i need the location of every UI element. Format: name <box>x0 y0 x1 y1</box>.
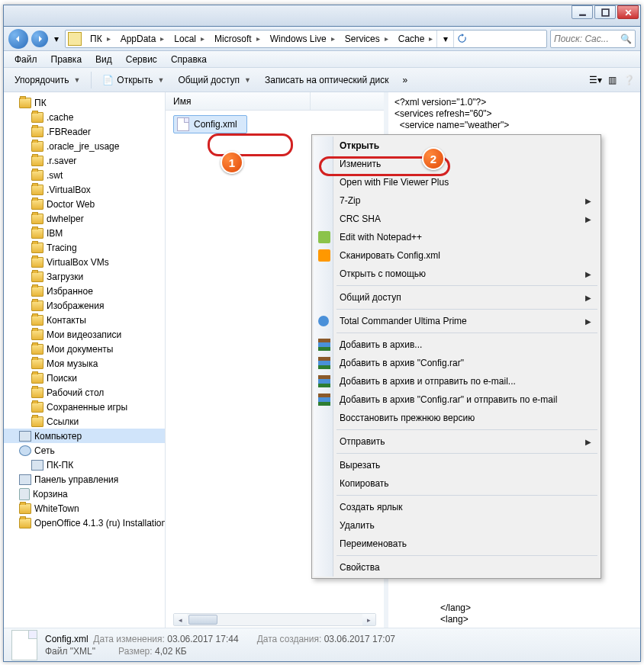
ctx-rar-add-named[interactable]: Добавить в архив "Config.rar" <box>314 354 599 372</box>
tree-item[interactable]: WhiteTown <box>4 501 165 516</box>
scroll-right-icon[interactable]: ▸ <box>362 614 375 625</box>
ctx-delete[interactable]: Удалить <box>314 516 599 535</box>
ctx-7zip[interactable]: 7-Zip▶ <box>314 191 599 210</box>
ctx-rar-named-email[interactable]: Добавить в архив "Config.rar" и отправит… <box>314 390 599 409</box>
ctx-share[interactable]: Общий доступ▶ <box>314 288 599 307</box>
breadcrumb-item[interactable]: Microsoft <box>208 31 264 47</box>
tree-item[interactable]: Tracing <box>4 240 165 255</box>
tree-item-label: Сохраненные игры <box>47 402 127 413</box>
search-box[interactable]: 🔍 <box>550 30 636 48</box>
tree-item[interactable]: Загрузки <box>4 269 165 284</box>
ctx-cut[interactable]: Вырезать <box>314 456 599 474</box>
ctx-properties[interactable]: Свойства <box>314 558 599 577</box>
tree-item[interactable]: OpenOffice 4.1.3 (ru) Installation <box>4 516 165 530</box>
tree-item[interactable]: .oracle_jre_usage <box>4 139 165 153</box>
view-mode-icon[interactable]: ☰▾ <box>588 73 602 87</box>
ctx-rename[interactable]: Переименовать <box>314 535 599 553</box>
burn-button[interactable]: Записать на оптический диск <box>259 72 395 88</box>
menu-view[interactable]: Вид <box>89 53 118 66</box>
folder-icon <box>31 185 43 195</box>
ctx-open[interactable]: Открыть <box>314 137 599 155</box>
tree-item[interactable]: .cache <box>4 110 165 124</box>
column-headers: Имя <box>166 92 384 111</box>
ctx-fileviewer[interactable]: Open with File Viewer Plus <box>314 173 599 191</box>
winrar-icon <box>318 394 330 406</box>
tree-item[interactable]: .swt <box>4 168 165 182</box>
ctx-edit[interactable]: Изменить <box>314 155 599 173</box>
tree-item[interactable]: Ссылки <box>4 414 165 429</box>
menu-help[interactable]: Справка <box>165 53 213 66</box>
tree-item[interactable]: Поиски <box>4 371 165 385</box>
breadcrumb-item[interactable]: Services <box>339 31 392 47</box>
navigation-tree[interactable]: ПК .cache.FBReader.oracle_jre_usage.r.sa… <box>4 92 166 628</box>
file-item-config[interactable]: Config.xml <box>173 115 247 133</box>
tree-item[interactable]: Сохраненные игры <box>4 400 165 414</box>
breadcrumb-item[interactable]: AppData <box>114 31 169 47</box>
organize-button[interactable]: Упорядочить▼ <box>8 72 86 88</box>
nav-history-dropdown[interactable]: ▾ <box>51 31 62 47</box>
breadcrumb-item[interactable]: Local <box>168 31 208 47</box>
nav-forward-button[interactable] <box>31 31 48 47</box>
tree-root[interactable]: ПК <box>4 95 165 110</box>
tree-network-item[interactable]: ПК-ПК <box>4 458 165 472</box>
address-bar[interactable]: ПК AppData Local Microsoft Windows Live … <box>65 30 547 48</box>
breadcrumb-item[interactable]: Windows Live <box>264 31 339 47</box>
search-icon[interactable]: 🔍 <box>620 34 632 44</box>
tree-control-panel[interactable]: Панель управления <box>4 472 165 487</box>
ctx-restore[interactable]: Восстановить прежнюю версию <box>314 409 599 427</box>
ctx-copy[interactable]: Копировать <box>314 474 599 493</box>
scroll-thumb[interactable] <box>188 615 217 625</box>
tree-item[interactable]: IBM <box>4 226 165 240</box>
ctx-notepad[interactable]: Edit with Notepad++ <box>314 228 599 246</box>
control-panel-icon <box>19 474 31 485</box>
tree-item[interactable]: dwhelper <box>4 211 165 226</box>
tree-item[interactable]: Рабочий стол <box>4 385 165 400</box>
tree-item[interactable]: VirtualBox VMs <box>4 255 165 269</box>
menu-edit[interactable]: Правка <box>45 53 89 66</box>
ctx-rar-email[interactable]: Добавить в архив и отправить по e-mail..… <box>314 372 599 390</box>
ctx-scan[interactable]: Сканировать Config.xml <box>314 246 599 265</box>
more-button[interactable]: » <box>396 72 414 88</box>
menu-bar: Файл Правка Вид Сервис Справка <box>4 51 640 68</box>
menu-tools[interactable]: Сервис <box>120 53 163 66</box>
column-name[interactable]: Имя <box>166 92 311 110</box>
horizontal-scrollbar[interactable]: ◂ ▸ <box>173 613 376 626</box>
refresh-icon[interactable] <box>453 31 470 47</box>
ctx-crc[interactable]: CRC SHA▶ <box>314 210 599 228</box>
help-icon[interactable]: ❔ <box>622 73 636 87</box>
tree-item[interactable]: .VirtualBox <box>4 182 165 197</box>
tree-network[interactable]: Сеть <box>4 443 165 458</box>
tree-item[interactable]: Контакты <box>4 313 165 327</box>
ctx-shortcut[interactable]: Создать ярлык <box>314 498 599 516</box>
tree-recycle[interactable]: Корзина <box>4 487 165 501</box>
ctx-send[interactable]: Отправить▶ <box>314 432 599 451</box>
menu-file[interactable]: Файл <box>8 53 43 66</box>
nav-back-button[interactable] <box>8 29 28 49</box>
minimize-button[interactable] <box>572 5 593 19</box>
search-input[interactable] <box>554 34 615 44</box>
breadcrumb-item[interactable]: Cache <box>392 31 437 47</box>
tree-item[interactable]: Doctor Web <box>4 197 165 211</box>
breadcrumb-item[interactable]: ПК <box>84 31 114 47</box>
address-dropdown-icon[interactable]: ▾ <box>436 31 453 47</box>
tree-computer[interactable]: Компьютер <box>4 429 165 443</box>
share-button[interactable]: Общий доступ▼ <box>172 72 257 88</box>
tree-item[interactable]: Мои видеозаписи <box>4 327 165 342</box>
tree-item-label: .VirtualBox <box>47 185 91 195</box>
open-button[interactable]: 📄Открыть▼ <box>96 72 170 88</box>
close-button[interactable] <box>617 5 639 19</box>
tree-item-label: Контакты <box>47 315 86 326</box>
ctx-rar-add[interactable]: Добавить в архив... <box>314 336 599 354</box>
tree-item[interactable]: .FBReader <box>4 124 165 139</box>
maximize-button[interactable] <box>594 5 616 19</box>
tree-item[interactable]: Изображения <box>4 298 165 313</box>
scroll-left-icon[interactable]: ◂ <box>174 614 187 625</box>
tree-item[interactable]: .r.saver <box>4 153 165 168</box>
tree-item[interactable]: Избранное <box>4 284 165 298</box>
ctx-open-with[interactable]: Открыть с помощью▶ <box>314 265 599 283</box>
preview-pane-icon[interactable]: ▥ <box>605 73 619 87</box>
ctx-totalcommander[interactable]: Total Commander Ultima Prime▶ <box>314 312 599 330</box>
separator <box>336 453 597 454</box>
tree-item[interactable]: Моя музыка <box>4 356 165 371</box>
tree-item[interactable]: Мои документы <box>4 342 165 356</box>
